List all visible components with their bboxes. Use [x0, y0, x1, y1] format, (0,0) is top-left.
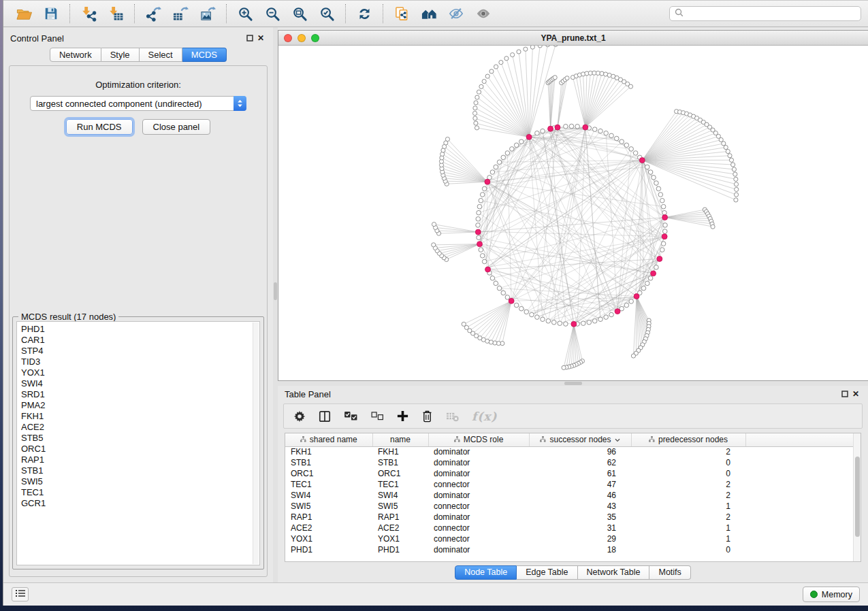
column-header-predecessor-nodes[interactable]: predecessor nodes — [631, 433, 745, 446]
leaf-node[interactable] — [475, 95, 479, 99]
mcds-hub-node[interactable] — [509, 298, 514, 303]
vertical-splitter[interactable] — [273, 27, 278, 582]
table-row[interactable]: FKH1FKH1dominator962 — [285, 446, 861, 457]
ring-node[interactable] — [524, 310, 529, 314]
close-panel-icon[interactable]: ✕ — [255, 33, 266, 44]
import-network-button[interactable] — [75, 3, 102, 24]
tab-edge-table[interactable]: Edge Table — [517, 565, 577, 580]
zoom-out-button[interactable] — [259, 3, 286, 24]
mcds-hub-node[interactable] — [526, 134, 532, 139]
close-table-panel-icon[interactable]: ✕ — [850, 389, 861, 399]
zoom-fit-button[interactable] — [286, 3, 313, 24]
leaf-node[interactable] — [499, 61, 503, 65]
mcds-hub-node[interactable] — [583, 125, 588, 130]
mcds-result-item[interactable]: TEC1 — [21, 487, 251, 498]
leaf-node[interactable] — [474, 101, 478, 105]
ring-node[interactable] — [661, 204, 666, 209]
ring-node[interactable] — [658, 193, 663, 197]
ring-node[interactable] — [633, 151, 638, 156]
leaf-node[interactable] — [479, 84, 483, 88]
ring-node[interactable] — [558, 321, 562, 326]
leaf-node[interactable] — [734, 182, 738, 186]
ring-node[interactable] — [660, 198, 664, 203]
ring-node[interactable] — [490, 170, 495, 175]
leaf-node[interactable] — [562, 365, 566, 369]
leaf-node[interactable] — [473, 116, 477, 120]
ring-node[interactable] — [519, 306, 524, 311]
ring-node[interactable] — [614, 136, 619, 141]
leaf-node[interactable] — [524, 47, 528, 51]
column-header-MCDS-role[interactable]: MCDS role — [428, 433, 529, 446]
mcds-hub-node[interactable] — [662, 215, 668, 220]
ring-node[interactable] — [477, 210, 481, 215]
leaf-node[interactable] — [711, 225, 715, 229]
network-canvas[interactable] — [278, 46, 868, 380]
mcds-result-item[interactable]: FKH1 — [21, 411, 251, 422]
column-header-shared-name[interactable]: shared name — [285, 433, 372, 446]
mcds-result-item[interactable]: SWI4 — [21, 378, 251, 389]
mcds-hub-node[interactable] — [485, 179, 490, 184]
tab-node-table[interactable]: Node Table — [455, 565, 517, 580]
share-document-button[interactable] — [388, 3, 415, 24]
table-scrollbar[interactable] — [853, 433, 861, 561]
ring-node[interactable] — [494, 281, 498, 286]
ring-node[interactable] — [662, 210, 667, 215]
float-panel-icon[interactable] — [244, 33, 255, 44]
ring-node[interactable] — [479, 198, 483, 203]
leaf-node[interactable] — [722, 142, 726, 146]
leaf-node[interactable] — [472, 111, 477, 115]
ring-node[interactable] — [609, 312, 614, 317]
leaf-node[interactable] — [553, 46, 558, 47]
ring-node[interactable] — [482, 259, 487, 264]
horizontal-splitter[interactable] — [278, 381, 868, 386]
minimize-window-icon[interactable] — [298, 34, 306, 42]
run-mcds-button[interactable]: Run MCDS — [66, 119, 133, 135]
mcds-result-item[interactable]: TID3 — [21, 357, 251, 367]
ring-node[interactable] — [604, 131, 609, 135]
leaf-node[interactable] — [504, 56, 509, 61]
ring-node[interactable] — [592, 318, 597, 323]
ring-node[interactable] — [645, 281, 649, 286]
leaf-node[interactable] — [489, 69, 494, 73]
leaf-node[interactable] — [473, 106, 477, 110]
search-input[interactable] — [687, 9, 856, 18]
mcds-hub-node[interactable] — [615, 309, 620, 314]
deselect-all-icon[interactable] — [371, 412, 384, 420]
ring-node[interactable] — [541, 317, 545, 322]
table-row[interactable]: STB1STB1dominator620 — [285, 457, 861, 468]
leaf-node[interactable] — [494, 65, 498, 69]
leaf-node[interactable] — [734, 177, 738, 181]
mcds-result-list[interactable]: PHD1CAR1STP4TID3YOX1SWI4SRD1PMA2FKH1ACE2… — [16, 321, 260, 565]
mcds-hub-node[interactable] — [485, 267, 491, 272]
ring-node[interactable] — [497, 286, 502, 291]
mcds-result-item[interactable]: STP4 — [21, 346, 251, 357]
mcds-hub-node[interactable] — [651, 271, 656, 276]
float-table-panel-icon[interactable] — [839, 389, 850, 399]
mcds-result-item[interactable]: GCR1 — [21, 498, 251, 509]
ring-node[interactable] — [581, 321, 585, 326]
ring-node[interactable] — [494, 165, 498, 169]
tab-style[interactable]: Style — [101, 48, 140, 62]
memory-button[interactable]: Memory — [803, 587, 860, 602]
ring-node[interactable] — [645, 165, 649, 169]
ring-node[interactable] — [497, 160, 502, 165]
export-image-button[interactable] — [194, 3, 221, 24]
maximize-window-icon[interactable] — [311, 34, 319, 42]
leaf-node[interactable] — [726, 149, 730, 153]
leaf-node[interactable] — [734, 198, 738, 202]
tab-network-table[interactable]: Network Table — [578, 565, 650, 580]
search-box[interactable] — [669, 6, 861, 21]
table-row[interactable]: TEC1TEC1connector472 — [285, 479, 861, 490]
ring-node[interactable] — [505, 295, 510, 300]
mcds-result-item[interactable]: PHD1 — [21, 324, 251, 335]
mcds-hub-node[interactable] — [555, 125, 560, 130]
task-history-button[interactable] — [12, 587, 29, 601]
ring-node[interactable] — [530, 312, 534, 317]
network-window-titlebar[interactable]: YPA_prune.txt_1 — [278, 31, 868, 46]
ring-node[interactable] — [662, 229, 667, 234]
zoom-in-button[interactable] — [231, 3, 259, 24]
leaf-node[interactable] — [729, 158, 733, 162]
tab-mcds[interactable]: MCDS — [182, 48, 227, 62]
leaf-node[interactable] — [553, 76, 557, 80]
ring-node[interactable] — [519, 139, 524, 144]
